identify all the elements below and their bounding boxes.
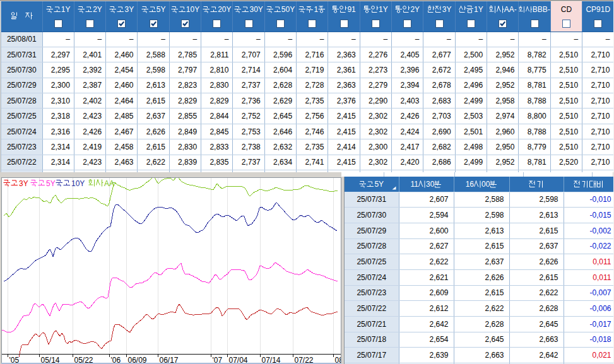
svg-text:10Y: 10Y	[71, 179, 85, 188]
svg-text:AA: AA	[104, 179, 114, 188]
svg-text:5Y: 5Y	[46, 179, 56, 188]
svg-text:3Y: 3Y	[19, 179, 28, 188]
